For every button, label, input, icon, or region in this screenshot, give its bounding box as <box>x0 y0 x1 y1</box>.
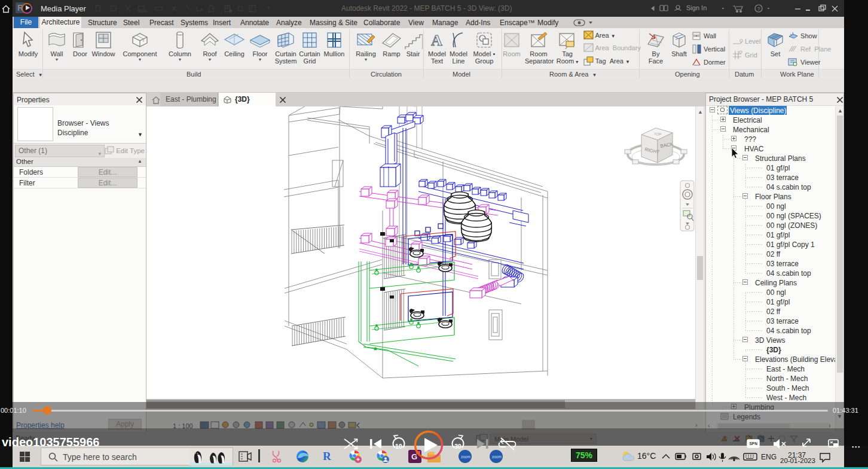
svg-text:Sign In: Sign In <box>686 4 707 11</box>
svg-text:A: A <box>431 32 442 49</box>
svg-text:20-01-2023: 20-01-2023 <box>780 457 815 464</box>
svg-text:ENG: ENG <box>761 453 777 461</box>
svg-text:?: ? <box>757 6 760 12</box>
svg-text:SPN: SPN <box>750 441 758 446</box>
svg-text:30: 30 <box>454 443 461 450</box>
svg-text:10: 10 <box>395 443 402 450</box>
svg-text:TOP: TOP <box>654 132 662 136</box>
